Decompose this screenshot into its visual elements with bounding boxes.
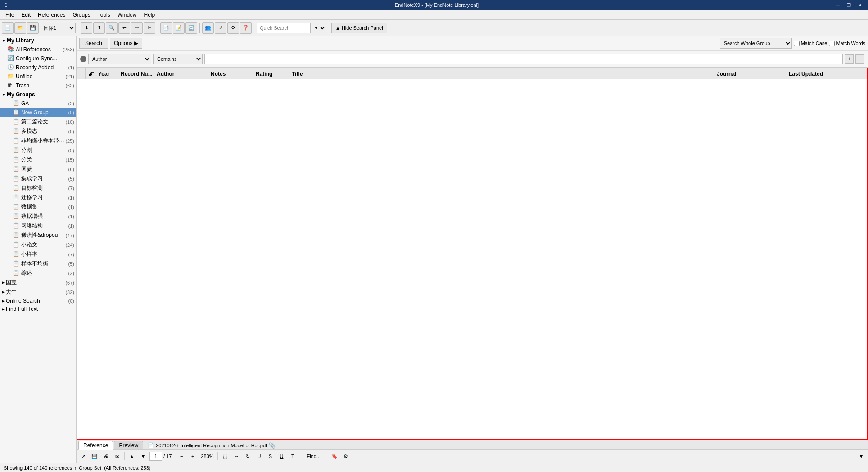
sidebar-daniu-header[interactable]: ▶ 大牛 (32) (0, 287, 76, 297)
options-button[interactable]: Options ▶ (110, 38, 142, 49)
search-remove-button[interactable]: − (855, 54, 864, 64)
search-field-btn[interactable]: ▼ (312, 23, 326, 33)
sidebar-group-11[interactable]: 📋 数据增强 (1) (0, 212, 76, 221)
sidebar-group-17[interactable]: 📋 综述 (2) (0, 268, 76, 278)
pdf-collapse-button[interactable]: ▼ (856, 451, 866, 461)
new-group-button[interactable]: 👥 (202, 22, 214, 34)
col-header-clip[interactable]: 🖇 (86, 68, 95, 79)
tab-preview[interactable]: Preview (114, 441, 143, 449)
share-button[interactable]: ↗ (215, 22, 226, 34)
sidebar-group-3[interactable]: 📋 非均衡小样本带码.... (25) (0, 136, 76, 145)
pdf-next-button[interactable]: ▼ (138, 451, 148, 461)
sidebar-group-10[interactable]: 📋 数据集 (1) (0, 202, 76, 212)
pdf-highlight-button[interactable]: U (254, 451, 264, 461)
sidebar-all-references[interactable]: 📚 All References (253) (0, 45, 76, 54)
pdf-zoom-out-button[interactable]: − (176, 451, 186, 461)
menu-help[interactable]: Help (140, 11, 158, 19)
pdf-settings-button[interactable]: ⚙ (341, 451, 351, 461)
remove-cit-button[interactable]: ✂ (144, 22, 155, 34)
pdf-bookmark-button[interactable]: 🔖 (330, 451, 339, 461)
search-scope-select[interactable]: Search Whole Group (720, 38, 792, 49)
sidebar-group-8[interactable]: 📋 目标检测 (7) (0, 183, 76, 193)
unformat-button[interactable]: 📝 (173, 22, 185, 34)
search-add-button[interactable]: + (845, 54, 854, 64)
match-case-checkbox[interactable] (794, 41, 800, 46)
pdf-fit-page-button[interactable]: ⬚ (220, 451, 230, 461)
pdf-rotate-button[interactable]: ↻ (243, 451, 253, 461)
sidebar-group-2[interactable]: 📋 多模态 (0) (0, 127, 76, 136)
menu-window[interactable]: Window (114, 11, 140, 19)
sidebar-my-groups[interactable]: ▼ My Groups (0, 90, 76, 99)
sidebar-group-13[interactable]: 📋 稀疏性&dropou (47) (0, 231, 76, 240)
pdf-open-button[interactable]: ↗ (78, 451, 88, 461)
pdf-underline-button[interactable]: U (276, 451, 286, 461)
pdf-email-button[interactable]: ✉ (112, 451, 122, 461)
sidebar-group-12[interactable]: 📋 网络结构 (1) (0, 221, 76, 231)
pdf-find-button[interactable]: Find... (303, 451, 325, 461)
edit-cit-button[interactable]: ✏ (131, 22, 143, 34)
pdf-tab[interactable]: 📄 20210626_Intelligent Recognition Model… (144, 441, 279, 449)
sidebar-unfiled[interactable]: 📁 Unfiled (21) (0, 72, 76, 81)
style-dropdown[interactable]: 国际1 (40, 23, 76, 33)
col-header-year[interactable]: Year (95, 68, 118, 79)
close-button[interactable]: ✕ (855, 3, 864, 8)
col-header-journal[interactable]: Journal (714, 68, 786, 79)
search-text-input[interactable] (204, 54, 843, 64)
search-field-select[interactable]: Author (88, 54, 151, 64)
sidebar-group-15[interactable]: 📋 小样本 (7) (0, 250, 76, 259)
quick-search-input[interactable] (257, 23, 311, 33)
sidebar-group-ga[interactable]: 📋 GA (2) (0, 99, 76, 108)
col-header-rating[interactable]: Rating (253, 68, 289, 79)
sidebar-section-my-library[interactable]: ▼ My Library (0, 36, 76, 45)
update-cit-button[interactable]: 🔄 (185, 22, 197, 34)
sidebar-online-search-header[interactable]: ▶ Online Search (0) (0, 297, 76, 305)
search-lib-button[interactable]: 🔍 (106, 22, 118, 34)
tab-reference[interactable]: Reference (78, 441, 113, 450)
search-operator-select[interactable]: Contains (153, 54, 203, 64)
pdf-save-button[interactable]: 💾 (90, 451, 99, 461)
menu-file[interactable]: File (2, 11, 18, 19)
help-button[interactable]: ❓ (240, 22, 252, 34)
sidebar-group-4[interactable]: 📋 分割 (5) (0, 145, 76, 155)
menu-tools[interactable]: Tools (94, 11, 114, 19)
col-header-lastupdated[interactable]: Last Updated (786, 68, 867, 79)
export-button[interactable]: ⬆ (93, 22, 105, 34)
sidebar-group-5[interactable]: 📋 分类 (15) (0, 155, 76, 164)
sidebar-group-1[interactable]: 📋 第二篇论文 (10) (0, 117, 76, 127)
sidebar-group-16[interactable]: 📋 样本不均衡 (5) (0, 259, 76, 268)
pdf-note-button[interactable]: T (288, 451, 298, 461)
new-ref-button[interactable]: 📄 (2, 22, 14, 34)
format-bib-button[interactable]: 📑 (160, 22, 172, 34)
sidebar-group-9[interactable]: 📋 迁移学习 (1) (0, 193, 76, 202)
pdf-page-input[interactable] (149, 452, 162, 461)
sync-button[interactable]: ⟳ (227, 22, 239, 34)
col-header-title[interactable]: Title (289, 68, 714, 79)
insert-cit-button[interactable]: ↩ (118, 22, 130, 34)
match-words-checkbox[interactable] (829, 41, 835, 46)
menu-groups[interactable]: Groups (69, 11, 94, 19)
pdf-print-button[interactable]: 🖨 (101, 451, 111, 461)
pdf-strikeout-button[interactable]: S (265, 451, 275, 461)
sidebar-guobao-header[interactable]: ▶ 国宝 (67) (0, 278, 76, 287)
import-button[interactable]: ⬇ (81, 22, 92, 34)
open-library-button[interactable]: 📂 (14, 22, 26, 34)
col-header-notes[interactable]: Notes (208, 68, 253, 79)
pdf-fit-width-button[interactable]: ↔ (231, 451, 241, 461)
sidebar-trash[interactable]: 🗑 Trash (62) (0, 81, 76, 90)
col-header-record[interactable]: Record Nu... (118, 68, 154, 79)
sidebar-recently-added[interactable]: 🕒 Recently Added (1) (0, 63, 76, 72)
save-button[interactable]: 💾 (27, 22, 39, 34)
sidebar-group-new-group[interactable]: 📋 New Group (0) (0, 108, 76, 117)
menu-references[interactable]: References (34, 11, 69, 19)
sidebar-configure-sync[interactable]: 🔄 Configure Sync... (0, 54, 76, 63)
col-header-author[interactable]: Author (154, 68, 208, 79)
restore-button[interactable]: ❐ (844, 3, 854, 8)
pdf-prev-button[interactable]: ▲ (127, 451, 137, 461)
sidebar-group-7[interactable]: 📋 集成学习 (5) (0, 174, 76, 183)
menu-edit[interactable]: Edit (18, 11, 34, 19)
minimize-button[interactable]: ─ (834, 3, 842, 8)
sidebar-group-6[interactable]: 📋 国萋 (6) (0, 164, 76, 174)
hide-search-panel-button[interactable]: ▲ Hide Search Panel (331, 23, 387, 33)
sidebar-group-14[interactable]: 📋 小论文 (24) (0, 240, 76, 250)
sidebar-find-fulltext[interactable]: ▶ Find Full Text (0, 305, 76, 313)
